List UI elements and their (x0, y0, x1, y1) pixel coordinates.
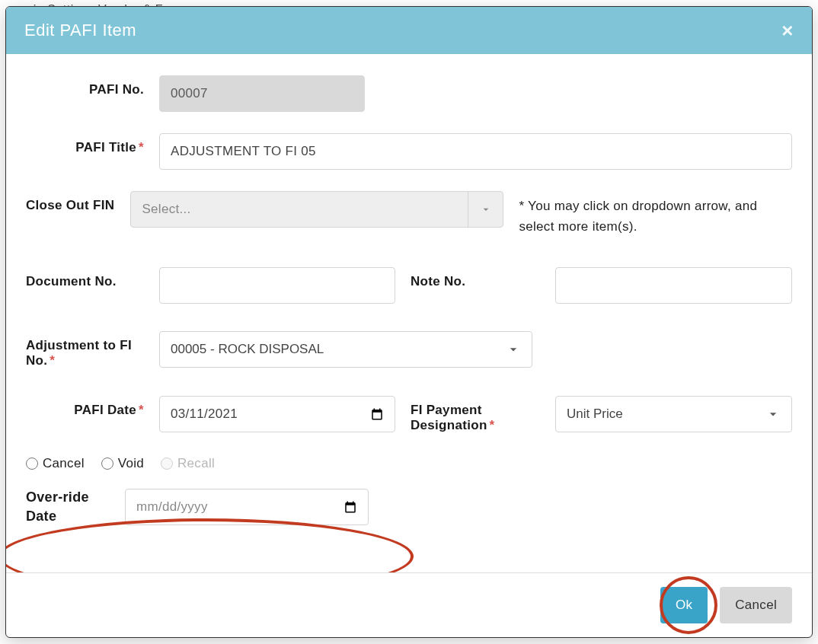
label-pafi-no: PAFI No. (26, 75, 144, 97)
close-out-fin-hint: * You may click on dropdown arrow, and s… (519, 191, 792, 237)
label-document-no: Document No. (26, 267, 144, 289)
label-close-out-fin: Close Out FIN (26, 191, 115, 213)
calendar-icon (343, 500, 357, 514)
radio-recall: Recall (161, 456, 215, 471)
radio-cancel-input[interactable] (26, 457, 38, 470)
pafi-date-value: 03/11/2021 (171, 406, 238, 422)
label-note-no: Note No. (411, 267, 540, 289)
override-date-input[interactable]: mm/dd/yyyy (125, 489, 369, 525)
chevron-down-icon (765, 406, 781, 422)
override-date-placeholder: mm/dd/yyyy (136, 499, 208, 515)
fi-payment-designation-value: Unit Price (567, 406, 623, 422)
radio-void[interactable]: Void (101, 456, 144, 471)
modal-body: PAFI No. 00007 PAFI Title* ADJUSTMENT TO… (6, 54, 812, 572)
edit-pafi-modal: Edit PAFI Item × PAFI No. 00007 PAFI Tit… (5, 6, 813, 638)
annotation-override-ellipse (6, 518, 414, 572)
note-no-input[interactable] (555, 267, 792, 304)
dropdown-caret[interactable] (468, 192, 503, 227)
pafi-title-input[interactable]: ADJUSTMENT TO FI 05 (159, 133, 792, 170)
radio-cancel[interactable]: Cancel (26, 456, 85, 471)
radio-void-input[interactable] (101, 457, 113, 470)
calendar-icon (370, 407, 384, 421)
modal-header: Edit PAFI Item × (6, 7, 812, 54)
label-fi-payment-designation: FI Payment Designation* (411, 396, 540, 433)
pafi-no-readonly: 00007 (159, 75, 365, 112)
adjustment-to-fi-no-value: 00005 - ROCK DISPOSAL (171, 342, 324, 357)
document-no-input[interactable] (159, 267, 395, 304)
label-override-date: Over-ride Date (26, 488, 110, 525)
pafi-date-input[interactable]: 03/11/2021 (159, 396, 395, 432)
label-pafi-title: PAFI Title* (26, 133, 144, 155)
status-radio-group: Cancel Void Recall (26, 456, 792, 471)
ok-button[interactable]: Ok (660, 587, 708, 623)
label-pafi-date: PAFI Date* (26, 396, 144, 418)
radio-recall-input (161, 457, 173, 470)
label-adjustment-to-fi-no: Adjustment to FI No.* (26, 331, 144, 368)
chevron-down-icon (480, 203, 492, 215)
adjustment-to-fi-no-select[interactable]: 00005 - ROCK DISPOSAL (159, 331, 532, 368)
chevron-down-icon (506, 342, 521, 357)
modal-footer: Ok Cancel (6, 572, 812, 637)
cancel-button[interactable]: Cancel (720, 587, 792, 623)
modal-title: Edit PAFI Item (24, 21, 136, 40)
close-icon[interactable]: × (781, 21, 794, 40)
close-out-fin-select[interactable]: Select... (130, 191, 503, 228)
close-out-fin-placeholder: Select... (142, 202, 190, 217)
fi-payment-designation-select[interactable]: Unit Price (555, 396, 792, 432)
override-date-row: Over-ride Date mm/dd/yyyy (26, 488, 792, 525)
